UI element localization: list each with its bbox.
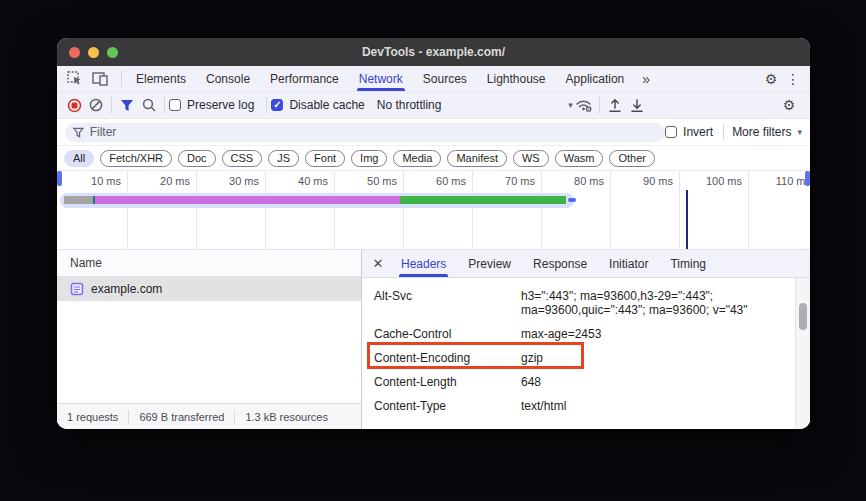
overview-left-handle[interactable] — [57, 171, 62, 186]
invert-label: Invert — [683, 125, 713, 139]
more-filters-label: More filters — [732, 125, 791, 139]
dom-content-loaded-marker — [686, 190, 688, 250]
waterfall-end-tick — [568, 198, 576, 202]
tab-elements[interactable]: Elements — [126, 66, 196, 91]
divider — [111, 97, 112, 113]
waterfall-queueing-segment — [64, 196, 93, 204]
tab-lighthouse[interactable]: Lighthouse — [477, 66, 556, 91]
close-window-button[interactable] — [69, 47, 80, 58]
filter-input-funnel-icon — [73, 127, 84, 138]
chip-doc[interactable]: Doc — [178, 150, 216, 167]
details-tab-response[interactable]: Response — [522, 250, 598, 277]
desktop-background: DevTools - example.com/ Elements Console… — [0, 0, 866, 501]
more-tabs-icon[interactable]: » — [634, 66, 658, 91]
timeline-tick-label: 70 ms — [472, 175, 535, 187]
invert-checkbox[interactable] — [665, 126, 677, 138]
details-tab-preview[interactable]: Preview — [457, 250, 522, 277]
tab-network[interactable]: Network — [349, 66, 413, 91]
details-scrollbar[interactable] — [795, 278, 810, 429]
timeline-tick-label: 110 ms — [748, 175, 810, 187]
zoom-window-button[interactable] — [107, 47, 118, 58]
name-column-label: Name — [70, 256, 102, 270]
record-network-log-icon[interactable] — [63, 95, 85, 115]
chip-all[interactable]: All — [64, 150, 94, 167]
disable-cache-checkbox[interactable] — [271, 99, 283, 111]
network-toolbar: Preserve log Disable cache No throttling… — [57, 92, 810, 119]
waterfall-bar[interactable] — [64, 196, 566, 204]
har-import-icon[interactable] — [626, 95, 648, 115]
chip-css[interactable]: CSS — [222, 150, 263, 167]
chip-manifest[interactable]: Manifest — [447, 150, 507, 167]
timeline-tick-label: 10 ms — [58, 175, 121, 187]
throttling-select[interactable]: No throttling ▾ — [377, 98, 573, 112]
requests-count: 1 requests — [57, 410, 129, 424]
chip-other[interactable]: Other — [609, 150, 655, 167]
device-toolbar-icon[interactable] — [89, 69, 111, 89]
preserve-log-checkbox[interactable] — [169, 99, 181, 111]
chip-media[interactable]: Media — [393, 150, 441, 167]
details-tab-headers[interactable]: Headers — [390, 250, 457, 277]
timeline-tick-label: 100 ms — [679, 175, 742, 187]
details-tab-timing[interactable]: Timing — [659, 250, 717, 277]
header-value: 648 — [521, 375, 541, 389]
filter-funnel-icon[interactable] — [116, 95, 138, 115]
details-tab-strip: ✕ Headers Preview Response Initiator Tim… — [362, 250, 810, 278]
resources-size: 1.3 kB resources — [235, 410, 338, 424]
traffic-lights — [69, 38, 118, 66]
disable-cache-label: Disable cache — [289, 98, 364, 112]
divider — [599, 97, 600, 113]
tab-performance[interactable]: Performance — [260, 66, 349, 91]
filter-input[interactable] — [90, 125, 657, 139]
kebab-menu-icon[interactable]: ⋮ — [782, 69, 804, 89]
header-value: max-age=2453 — [521, 327, 601, 341]
inspect-element-icon[interactable] — [63, 69, 85, 89]
network-settings-gear-icon[interactable]: ⚙ — [778, 95, 800, 115]
search-icon[interactable] — [138, 95, 160, 115]
chip-img[interactable]: Img — [351, 150, 387, 167]
chip-font[interactable]: Font — [305, 150, 345, 167]
more-filters-button[interactable]: More filters ▾ — [732, 125, 802, 139]
header-row-content-length: Content-Length 648 — [374, 370, 795, 394]
scrollbar-thumb[interactable] — [799, 303, 807, 330]
dropdown-caret-icon: ▾ — [797, 127, 802, 137]
chip-ws[interactable]: WS — [513, 150, 549, 167]
devtools-window: DevTools - example.com/ Elements Console… — [57, 38, 810, 429]
throttling-value: No throttling — [377, 98, 442, 112]
divider — [121, 71, 122, 87]
clear-network-log-icon[interactable] — [85, 95, 107, 115]
timeline-tick-label: 60 ms — [403, 175, 466, 187]
header-name: Cache-Control — [374, 327, 521, 341]
header-name: Content-Length — [374, 375, 521, 389]
overview-right-handle[interactable] — [805, 171, 810, 186]
header-row-cache-control: Cache-Control max-age=2453 — [374, 322, 795, 346]
name-column-header[interactable]: Name — [57, 250, 361, 277]
divider — [723, 124, 724, 140]
filter-row: Invert More filters ▾ — [57, 119, 810, 146]
details-tab-initiator[interactable]: Initiator — [598, 250, 659, 277]
header-name: Content-Type — [374, 399, 521, 413]
network-overview-timeline[interactable]: 10 ms 20 ms 30 ms 40 ms 50 ms 60 ms 70 m… — [57, 171, 810, 250]
chip-fetch-xhr[interactable]: Fetch/XHR — [100, 150, 172, 167]
minimize-window-button[interactable] — [88, 47, 99, 58]
preserve-log-label: Preserve log — [187, 98, 254, 112]
header-value: h3=":443"; ma=93600,h3-29=":443"; ma=936… — [521, 289, 789, 317]
network-summary-bar: 1 requests 669 B transferred 1.3 kB reso… — [57, 403, 361, 429]
tab-application[interactable]: Application — [556, 66, 635, 91]
timeline-tick-label: 40 ms — [265, 175, 328, 187]
close-details-icon[interactable]: ✕ — [366, 252, 390, 276]
header-value: gzip — [521, 351, 543, 365]
devtools-tab-bar: Elements Console Performance Network Sou… — [57, 66, 810, 92]
har-export-icon[interactable] — [604, 95, 626, 115]
settings-gear-icon[interactable]: ⚙ — [760, 69, 782, 89]
tab-console[interactable]: Console — [196, 66, 260, 91]
window-title: DevTools - example.com/ — [362, 45, 505, 59]
request-type-filters: All Fetch/XHR Doc CSS JS Font Img Media … — [57, 146, 810, 171]
tab-sources[interactable]: Sources — [413, 66, 477, 91]
table-row[interactable]: example.com — [57, 277, 361, 301]
network-conditions-icon[interactable] — [573, 95, 595, 115]
chip-js[interactable]: JS — [268, 150, 299, 167]
timeline-tick-label: 80 ms — [541, 175, 604, 187]
divider — [266, 97, 267, 113]
timeline-tick-label: 90 ms — [610, 175, 673, 187]
chip-wasm[interactable]: Wasm — [555, 150, 604, 167]
